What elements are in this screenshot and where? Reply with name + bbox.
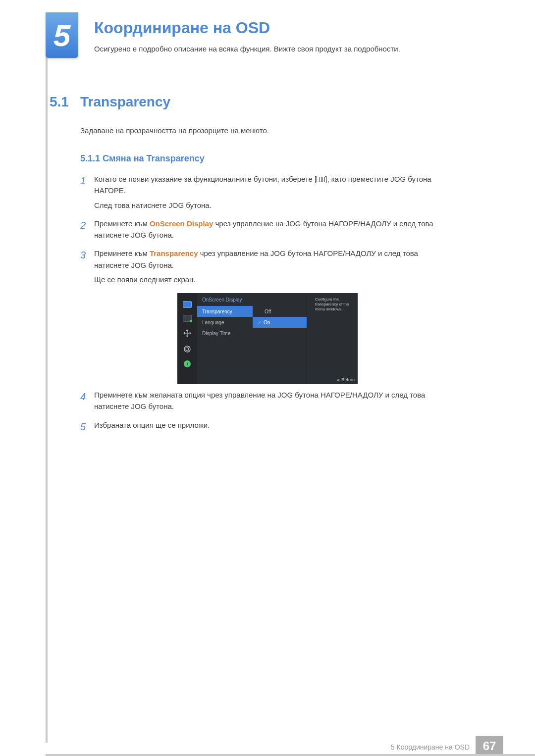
step-1-text-2: След това натиснете JOG бутона. [94,200,437,211]
osd-sidebar: i [177,293,197,384]
steps-lower: 4 Преминете към желаната опция чрез упра… [80,389,437,439]
monitor-icon [183,301,192,308]
osd-option-on: ✓On [253,317,307,328]
step-body: Преминете към желаната опция чрез управл… [94,389,437,415]
step-2-text-a: Преминете към [94,219,150,228]
steps-upper: 1 Когато се появи указание за функционал… [80,173,437,292]
step-number: 4 [80,389,94,415]
osd-return-label: Return [341,377,355,382]
osd-item-language: Language [197,317,253,328]
step-number: 2 [80,218,94,244]
step-5: 5 Избраната опция ще се приложи. [80,419,437,435]
step-body: Избраната опция ще се приложи. [94,419,437,435]
move-icon [183,329,192,338]
footer-bar [46,754,535,756]
osd-panel-illustration: i OnScreen Display Transparency Language… [177,293,358,384]
step-1: 1 Когато се появи указание за функционал… [80,173,437,214]
chapter-title: Координиране на OSD [94,19,270,37]
step-number: 3 [80,248,94,288]
osd-options-column: Off ✓On [253,306,307,328]
left-margin-bar [46,12,48,743]
svg-point-0 [186,348,189,351]
step-3-highlight: Transparency [150,249,198,257]
osd-divider [307,293,307,384]
left-arrow-icon: ◀ [336,378,339,382]
step-2: 2 Преминете към OnScreen Display чрез уп… [80,218,437,244]
subsection-heading: 5.1.1 Смяна на Transparency [80,153,205,164]
menu-button-icon [317,177,325,182]
step-1-text-a: Когато се появи указание за функционални… [94,175,317,183]
footer-page-number: 67 [476,736,503,756]
step-number: 5 [80,419,94,435]
gear-icon [183,345,192,353]
step-5-text: Избраната опция ще се приложи. [94,419,437,431]
footer-chapter-label: 5 Координиране на OSD [391,743,470,751]
osd-option-on-label: On [264,320,270,325]
step-body: Преминете към OnScreen Display чрез упра… [94,218,437,244]
chapter-badge: 5 [46,12,78,58]
osd-return-hint: ◀ Return [336,375,355,384]
check-icon: ✓ [258,320,262,325]
step-body: Преминете към Transparency чрез управлен… [94,248,437,288]
osd-option-off-label: Off [265,309,271,314]
osd-menu-column: OnScreen Display Transparency Language D… [197,293,253,384]
chapter-description: Осигурено е подробно описание на всяка ф… [94,45,400,53]
osd-help-text: Configure the transparency of the menu w… [312,293,358,312]
step-body: Когато се появи указание за функционални… [94,173,437,214]
step-3-text-2: Ще се появи следният екран. [94,274,437,285]
osd-option-off: Off [253,306,307,317]
step-3-text-a: Преминете към [94,249,150,257]
section-number: 5.1 [50,94,69,110]
step-2-highlight: OnScreen Display [150,219,213,228]
step-3: 3 Преминете към Transparency чрез управл… [80,248,437,288]
info-icon: i [184,360,191,367]
screen-settings-icon [183,315,192,322]
osd-item-display-time: Display Time [197,328,253,339]
step-number: 1 [80,173,94,214]
section-title: Transparency [80,94,170,110]
section-description: Задаване на прозрачността на прозорците … [80,126,269,135]
osd-header: OnScreen Display [197,293,253,306]
step-4: 4 Преминете към желаната опция чрез упра… [80,389,437,415]
page-footer: 5 Координиране на OSD 67 [0,736,535,756]
step-4-text: Преминете към желаната опция чрез управл… [94,389,437,412]
osd-item-transparency: Transparency [197,306,253,317]
